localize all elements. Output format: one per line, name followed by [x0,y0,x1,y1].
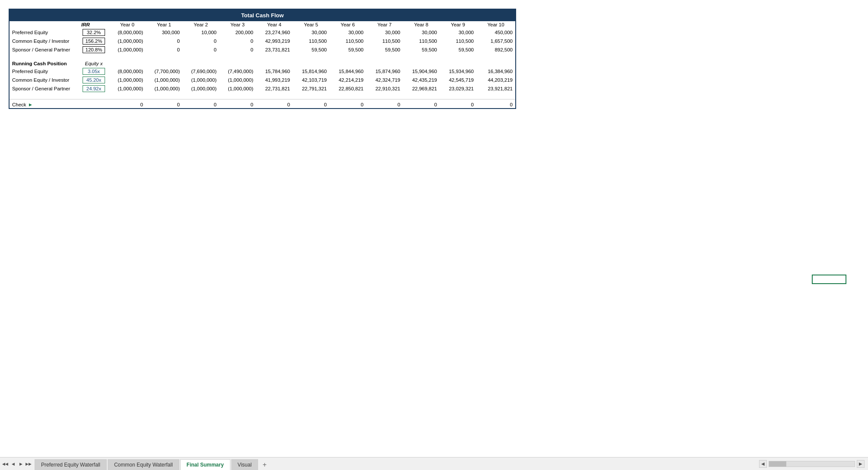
ce-y9: 110,500 [440,37,476,45]
rcp-pe-y10: 16,384,960 [476,67,515,76]
tab-navigation-arrows: ◀◀ ◀ ▶ ▶▶ [0,460,34,467]
preferred-equity-running-row: Preferred Equity 3.05x (8,000,000) (7,70… [10,67,515,76]
tab-visual[interactable]: Visual [231,459,258,470]
sponsor-x-box: 24.92x [83,85,105,92]
main-table: IRR Year 0 Year 1 Year 2 Year 3 Year 4 Y… [10,21,515,108]
rcp-sp-y4: 22,731,821 [256,84,293,93]
sp-y7: 59,500 [366,45,403,54]
rcp-ce-y5: 42,103,719 [293,76,329,84]
rcp-ce-y10: 44,203,219 [476,76,515,84]
rcp-ce-y6: 42,214,219 [329,76,366,84]
common-equity-irr: 156.2% [79,37,109,45]
pe-y8: 30,000 [403,28,440,37]
check-y9: 0 [440,99,476,108]
check-y5: 0 [293,99,329,108]
pe-y9: 30,000 [440,28,476,37]
year3-header: Year 3 [219,21,256,28]
spacer-2 [10,93,515,99]
rcp-common-equity-label: Common Equity / Investor [10,76,79,84]
tab-common-equity-waterfall[interactable]: Common Equity Waterfall [108,459,179,470]
rcp-pe-y6: 15,844,960 [329,67,366,76]
scroll-left-button[interactable]: ◀ [759,460,767,468]
horizontal-scrollbar[interactable] [769,461,855,467]
ce-y7: 110,500 [366,37,403,45]
check-y7: 0 [366,99,403,108]
check-y2: 0 [182,99,219,108]
spacer-1 [10,54,515,60]
empty-header [10,21,79,28]
rcp-ce-y4: 41,993,219 [256,76,293,84]
sponsor-irr: 120.8% [79,45,109,54]
year7-header: Year 7 [366,21,403,28]
rcp-ce-y3: (1,000,000) [219,76,256,84]
sp-y5: 59,500 [293,45,329,54]
preferred-equity-irr: 32.2% [79,28,109,37]
preferred-equity-cashflow-row: Preferred Equity 32.2% (8,000,000) 300,0… [10,28,515,37]
check-y10: 0 [476,99,515,108]
sp-y8: 59,500 [403,45,440,54]
tab-next-arrow[interactable]: ▶ [17,460,24,467]
check-row: Check ▶ 0 0 0 0 0 0 0 0 0 0 [10,99,515,108]
green-triangle-icon: ▶ [29,102,32,107]
selected-cell [812,275,846,284]
sp-y1: 0 [146,45,182,54]
check-label: Check [12,102,26,107]
rcp-pe-y3: (7,490,000) [219,67,256,76]
tab-first-arrow[interactable]: ◀◀ [2,460,9,467]
bottom-bar: ◀◀ ◀ ▶ ▶▶ Preferred Equity Waterfall Com… [0,457,868,470]
tab-visual-label: Visual [238,462,252,468]
tab-prev-arrow[interactable]: ◀ [10,460,16,467]
sp-y2: 0 [182,45,219,54]
sponsor-running-row: Sponsor / General Partner 24.92x (1,000,… [10,84,515,93]
add-tab-button[interactable]: + [259,459,270,470]
ce-y10: 1,657,500 [476,37,515,45]
sp-y3: 0 [219,45,256,54]
running-cash-header: Running Cash Position [10,60,79,67]
pe-y4: 23,274,960 [256,28,293,37]
rcp-pe-y0: (8,000,000) [109,67,146,76]
rcp-sp-y1: (1,000,000) [146,84,182,93]
pe-y1: 300,000 [146,28,182,37]
rcp-sp-y7: 22,910,321 [366,84,403,93]
rcp-ce-y9: 42,545,719 [440,76,476,84]
sp-y0: (1,000,000) [109,45,146,54]
pe-y10: 450,000 [476,28,515,37]
rcp-pe-y9: 15,934,960 [440,67,476,76]
check-y1: 0 [146,99,182,108]
pe-y7: 30,000 [366,28,403,37]
common-equity-cashflow-row: Common Equity / Investor 156.2% (1,000,0… [10,37,515,45]
common-equity-label: Common Equity / Investor [10,37,79,45]
preferred-equity-label: Preferred Equity [10,28,79,37]
tab-final-summary[interactable]: Final Summary [180,459,230,470]
tab-last-arrow[interactable]: ▶▶ [25,460,32,467]
rcp-ce-y8: 42,435,219 [403,76,440,84]
rcp-sp-y10: 23,921,821 [476,84,515,93]
pe-y5: 30,000 [293,28,329,37]
tab-common-equity-waterfall-label: Common Equity Waterfall [114,462,173,468]
main-table-container: Total Cash Flow IRR Year 0 Year 1 Year 2… [9,9,516,109]
year9-header: Year 9 [440,21,476,28]
rcp-pe-y1: (7,700,000) [146,67,182,76]
scroll-right-button[interactable]: ▶ [857,460,865,468]
pe-y0: (8,000,000) [109,28,146,37]
tab-preferred-equity-waterfall-label: Preferred Equity Waterfall [41,462,100,468]
pe-y2: 10,000 [182,28,219,37]
rcp-ce-y2: (1,000,000) [182,76,219,84]
tab-preferred-equity-waterfall[interactable]: Preferred Equity Waterfall [35,459,107,470]
preferred-equity-irr-box: 32.2% [83,29,105,36]
year2-header: Year 2 [182,21,219,28]
running-cash-header-row: Running Cash Position Equity x [10,60,515,67]
ce-y5: 110,500 [293,37,329,45]
sponsor-label: Sponsor / General Partner [10,45,79,54]
tabs-container: Preferred Equity Waterfall Common Equity… [34,457,759,470]
rcp-preferred-equity-label: Preferred Equity [10,67,79,76]
tab-final-summary-label: Final Summary [187,462,224,468]
ce-y8: 110,500 [403,37,440,45]
rcp-ce-y1: (1,000,000) [146,76,182,84]
rcp-sponsor-x: 24.92x [79,84,109,93]
rcp-ce-y0: (1,000,000) [109,76,146,84]
ce-y2: 0 [182,37,219,45]
year4-header: Year 4 [256,21,293,28]
check-y0: 0 [109,99,146,108]
rcp-common-equity-x: 45.20x [79,76,109,84]
